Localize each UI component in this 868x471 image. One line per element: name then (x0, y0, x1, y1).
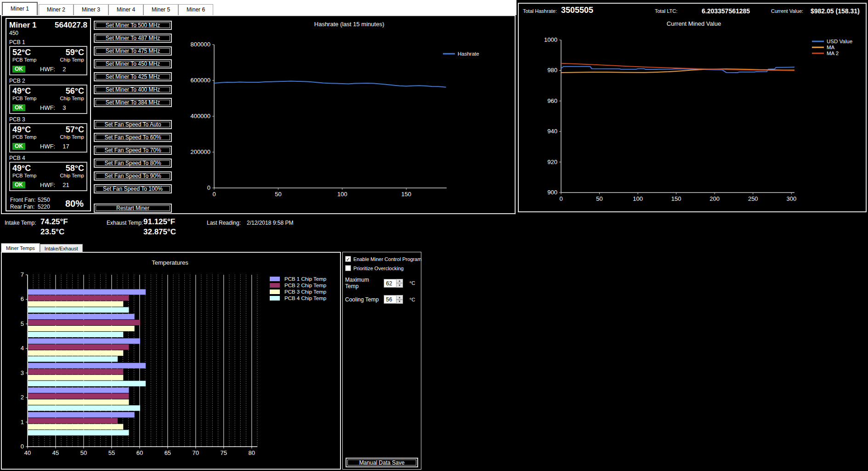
exhaust-temp-label: Exhaust Temp: (107, 220, 143, 226)
set-miner-487mhz-button[interactable]: Set Miner To 487 MHz (94, 34, 172, 43)
pcb-2-status-badge: OK (12, 104, 25, 111)
svg-text:0: 0 (21, 443, 24, 450)
tab-miner-3[interactable]: Miner 3 (74, 4, 108, 15)
svg-text:960: 960 (547, 97, 557, 104)
set-miner-400mhz-button[interactable]: Set Miner To 400 MHz (94, 85, 172, 94)
hashrate-chart: Hashrate (last 15 minutes)05010015002000… (176, 17, 516, 214)
svg-text:150: 150 (401, 191, 411, 198)
pcb-4-status-badge: OK (12, 182, 25, 188)
set-miner-450mhz-button[interactable]: Set Miner To 450 MHz (94, 59, 172, 68)
svg-text:75: 75 (221, 449, 227, 456)
cooling-temp-input[interactable]: 56 (384, 295, 396, 304)
miner-tabstrip: Miner 1 Miner 2 Miner 3 Miner 4 Miner 5 … (0, 0, 516, 15)
pcb-temp-label: PCB Temp (12, 134, 36, 140)
miner-hashrate-value: 564027.8 (55, 21, 87, 30)
cooling-temp-down-icon[interactable]: ▼ (396, 300, 403, 304)
svg-text:7: 7 (21, 271, 24, 278)
svg-text:1000: 1000 (544, 36, 557, 43)
pcb-3-temp: 49°C (12, 125, 31, 134)
svg-text:900: 900 (547, 189, 557, 196)
svg-text:65: 65 (165, 449, 171, 456)
pcb-3-box: 49°C 57°C PCB Temp Chip Temp OK HWF: 17 (9, 123, 87, 153)
maximum-temp-up-icon[interactable]: ▲ (396, 279, 403, 284)
svg-text:MA 2: MA 2 (827, 51, 839, 56)
hwf-label: HWF: (40, 66, 55, 73)
svg-text:600000: 600000 (191, 77, 210, 84)
pcb-2-hwf-value: 3 (62, 104, 66, 111)
tab-miner-2[interactable]: Miner 2 (39, 4, 74, 15)
enable-control-checkbox[interactable]: ✓ (345, 256, 351, 262)
temperatures-chart: Temperatures40455055606570758001234567PC… (2, 253, 340, 469)
mined-value-chart: Current Mined Value050100150200250300900… (519, 4, 866, 211)
svg-text:940: 940 (547, 128, 557, 135)
cooling-temp-up-icon[interactable]: ▲ (396, 295, 403, 300)
svg-text:100: 100 (633, 195, 643, 202)
set-fan-100-button[interactable]: Set Fan Speed To 100% (94, 184, 172, 193)
fan-percent: 80% (65, 199, 84, 209)
pcb-1-status-badge: OK (12, 66, 25, 73)
manual-data-save-button[interactable]: Manual Data Save (346, 458, 418, 467)
svg-text:50: 50 (275, 191, 281, 198)
tab-miner-6[interactable]: Miner 6 (178, 4, 213, 15)
svg-text:800000: 800000 (191, 41, 210, 48)
exhaust-temp-f: 91.125°F (143, 217, 175, 227)
maximum-temp-input[interactable]: 62 (384, 279, 396, 288)
intake-temp-label: Intake Temp: (5, 220, 36, 226)
svg-text:300: 300 (786, 195, 796, 202)
tab-intake-exhaust[interactable]: Intake/Exhaust (40, 244, 83, 252)
set-miner-384mhz-button[interactable]: Set Miner To 384 MHz (94, 98, 172, 107)
set-fan-auto-button[interactable]: Set Fan Speed To Auto (94, 120, 172, 129)
svg-text:200000: 200000 (191, 148, 210, 155)
pcb-1-chip-temp: 59°C (66, 48, 84, 57)
miner-info-panel: Miner 1 564027.8 450 PCB 1 52°C 59°C PCB… (6, 18, 91, 211)
hwf-label: HWF: (40, 104, 55, 111)
pcb-1-label: PCB 1 (9, 39, 87, 45)
svg-text:0: 0 (559, 195, 562, 202)
pcb-temp-label: PCB Temp (12, 173, 36, 179)
chip-temp-label: Chip Temp (60, 57, 84, 63)
svg-text:400000: 400000 (191, 113, 210, 119)
intake-temp-f: 74.25°F (40, 217, 68, 227)
svg-text:50: 50 (80, 449, 87, 456)
set-miner-475mhz-button[interactable]: Set Miner To 475 MHz (94, 46, 172, 56)
miner-detail-panel: Miner 1 564027.8 450 PCB 1 52°C 59°C PCB… (1, 15, 516, 214)
svg-text:3: 3 (21, 369, 24, 376)
svg-text:MA: MA (827, 45, 835, 50)
tab-miner-temps[interactable]: Miner Temps (1, 243, 40, 252)
svg-text:70: 70 (193, 449, 199, 456)
pcb-1-temp: 52°C (12, 48, 31, 57)
tab-miner-1[interactable]: Miner 1 (2, 2, 38, 15)
chip-temp-label: Chip Temp (60, 96, 84, 102)
miner-control-app: Miner 1 Miner 2 Miner 3 Miner 4 Miner 5 … (0, 0, 868, 471)
maximum-temp-label: Maximum Temp (345, 277, 384, 289)
svg-text:0: 0 (207, 184, 210, 191)
maximum-temp-down-icon[interactable]: ▼ (396, 283, 403, 288)
pcb-1-hwf-value: 2 (62, 66, 66, 73)
pcb-2-label: PCB 2 (9, 78, 87, 84)
set-miner-500mhz-button[interactable]: Set Miner To 500 MHz (94, 21, 172, 30)
svg-text:4: 4 (21, 345, 24, 352)
svg-text:Current Mined Value: Current Mined Value (667, 20, 721, 27)
svg-text:80: 80 (249, 449, 255, 456)
pcb-4-label: PCB 4 (9, 155, 87, 161)
environment-readings: Intake Temp: 74.25°F 23.5°C Exhaust Temp… (0, 215, 421, 243)
tab-miner-4[interactable]: Miner 4 (108, 4, 143, 15)
pcb-temp-label: PCB Temp (12, 57, 36, 63)
pcb-3-status-badge: OK (12, 143, 25, 150)
prioritize-overclocking-checkbox[interactable] (345, 265, 351, 271)
set-fan-70-button[interactable]: Set Fan Speed To 70% (94, 146, 172, 155)
set-miner-425mhz-button[interactable]: Set Miner To 425 MHz (94, 72, 172, 81)
pcb-3-label: PCB 3 (9, 116, 87, 123)
restart-miner-button[interactable]: Restart Miner (94, 204, 172, 213)
svg-text:60: 60 (136, 449, 143, 456)
temps-tabstrip: Miner Temps Intake/Exhaust (1, 243, 83, 252)
set-fan-80-button[interactable]: Set Fan Speed To 80% (94, 159, 172, 168)
set-fan-60-button[interactable]: Set Fan Speed To 60% (94, 133, 172, 142)
svg-text:PCB 1 Chip Temp: PCB 1 Chip Temp (284, 276, 326, 282)
miner-button-column: Set Miner To 500 MHz Set Miner To 487 MH… (94, 21, 172, 216)
pcb-4-temp: 49°C (12, 164, 31, 173)
set-fan-90-button[interactable]: Set Fan Speed To 90% (94, 171, 172, 181)
svg-text:Hashrate (last 15 minutes): Hashrate (last 15 minutes) (314, 21, 384, 28)
tab-miner-5[interactable]: Miner 5 (143, 4, 178, 15)
pcb-4-chip-temp: 58°C (66, 164, 84, 173)
